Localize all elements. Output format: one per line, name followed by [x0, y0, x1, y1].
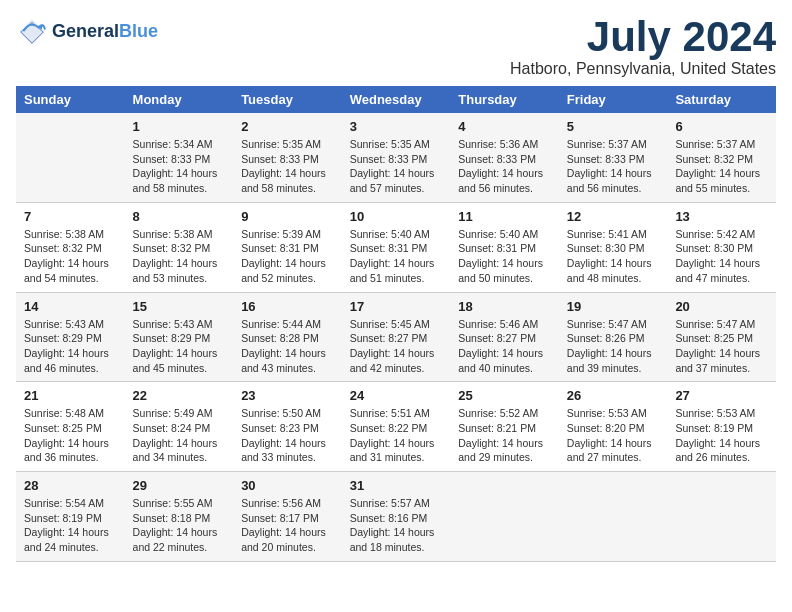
calendar-cell: 15Sunrise: 5:43 AMSunset: 8:29 PMDayligh…	[125, 292, 234, 382]
header: GeneralBlue July 2024 Hatboro, Pennsylva…	[16, 16, 776, 78]
calendar-cell	[16, 113, 125, 202]
day-info: Sunrise: 5:47 AMSunset: 8:26 PMDaylight:…	[567, 317, 660, 376]
day-number: 31	[350, 478, 443, 493]
day-info: Sunrise: 5:45 AMSunset: 8:27 PMDaylight:…	[350, 317, 443, 376]
calendar-cell	[450, 472, 559, 562]
logo-text: GeneralBlue	[52, 22, 158, 42]
day-number: 25	[458, 388, 551, 403]
calendar-cell: 6Sunrise: 5:37 AMSunset: 8:32 PMDaylight…	[667, 113, 776, 202]
week-row-1: 1Sunrise: 5:34 AMSunset: 8:33 PMDaylight…	[16, 113, 776, 202]
calendar-cell: 5Sunrise: 5:37 AMSunset: 8:33 PMDaylight…	[559, 113, 668, 202]
day-info: Sunrise: 5:48 AMSunset: 8:25 PMDaylight:…	[24, 406, 117, 465]
calendar-cell: 12Sunrise: 5:41 AMSunset: 8:30 PMDayligh…	[559, 202, 668, 292]
day-number: 3	[350, 119, 443, 134]
day-number: 10	[350, 209, 443, 224]
day-number: 16	[241, 299, 334, 314]
calendar-cell: 26Sunrise: 5:53 AMSunset: 8:20 PMDayligh…	[559, 382, 668, 472]
weekday-header-row: SundayMondayTuesdayWednesdayThursdayFrid…	[16, 86, 776, 113]
day-info: Sunrise: 5:41 AMSunset: 8:30 PMDaylight:…	[567, 227, 660, 286]
day-number: 12	[567, 209, 660, 224]
day-number: 5	[567, 119, 660, 134]
day-info: Sunrise: 5:40 AMSunset: 8:31 PMDaylight:…	[350, 227, 443, 286]
calendar-table: SundayMondayTuesdayWednesdayThursdayFrid…	[16, 86, 776, 562]
day-info: Sunrise: 5:35 AMSunset: 8:33 PMDaylight:…	[350, 137, 443, 196]
svg-marker-0	[19, 19, 45, 45]
calendar-cell: 10Sunrise: 5:40 AMSunset: 8:31 PMDayligh…	[342, 202, 451, 292]
calendar-cell: 18Sunrise: 5:46 AMSunset: 8:27 PMDayligh…	[450, 292, 559, 382]
week-row-2: 7Sunrise: 5:38 AMSunset: 8:32 PMDaylight…	[16, 202, 776, 292]
day-info: Sunrise: 5:52 AMSunset: 8:21 PMDaylight:…	[458, 406, 551, 465]
day-info: Sunrise: 5:40 AMSunset: 8:31 PMDaylight:…	[458, 227, 551, 286]
day-info: Sunrise: 5:38 AMSunset: 8:32 PMDaylight:…	[24, 227, 117, 286]
calendar-cell: 3Sunrise: 5:35 AMSunset: 8:33 PMDaylight…	[342, 113, 451, 202]
weekday-header-saturday: Saturday	[667, 86, 776, 113]
day-number: 22	[133, 388, 226, 403]
calendar-cell: 7Sunrise: 5:38 AMSunset: 8:32 PMDaylight…	[16, 202, 125, 292]
day-number: 27	[675, 388, 768, 403]
day-number: 1	[133, 119, 226, 134]
week-row-4: 21Sunrise: 5:48 AMSunset: 8:25 PMDayligh…	[16, 382, 776, 472]
day-number: 21	[24, 388, 117, 403]
calendar-cell: 28Sunrise: 5:54 AMSunset: 8:19 PMDayligh…	[16, 472, 125, 562]
logo: GeneralBlue	[16, 16, 158, 48]
day-number: 7	[24, 209, 117, 224]
day-number: 30	[241, 478, 334, 493]
day-info: Sunrise: 5:37 AMSunset: 8:32 PMDaylight:…	[675, 137, 768, 196]
title-area: July 2024 Hatboro, Pennsylvania, United …	[510, 16, 776, 78]
day-info: Sunrise: 5:51 AMSunset: 8:22 PMDaylight:…	[350, 406, 443, 465]
calendar-cell: 4Sunrise: 5:36 AMSunset: 8:33 PMDaylight…	[450, 113, 559, 202]
calendar-cell: 8Sunrise: 5:38 AMSunset: 8:32 PMDaylight…	[125, 202, 234, 292]
day-info: Sunrise: 5:55 AMSunset: 8:18 PMDaylight:…	[133, 496, 226, 555]
weekday-header-tuesday: Tuesday	[233, 86, 342, 113]
day-info: Sunrise: 5:46 AMSunset: 8:27 PMDaylight:…	[458, 317, 551, 376]
day-info: Sunrise: 5:47 AMSunset: 8:25 PMDaylight:…	[675, 317, 768, 376]
day-info: Sunrise: 5:49 AMSunset: 8:24 PMDaylight:…	[133, 406, 226, 465]
calendar-cell: 30Sunrise: 5:56 AMSunset: 8:17 PMDayligh…	[233, 472, 342, 562]
day-number: 13	[675, 209, 768, 224]
calendar-cell: 24Sunrise: 5:51 AMSunset: 8:22 PMDayligh…	[342, 382, 451, 472]
day-info: Sunrise: 5:44 AMSunset: 8:28 PMDaylight:…	[241, 317, 334, 376]
day-info: Sunrise: 5:38 AMSunset: 8:32 PMDaylight:…	[133, 227, 226, 286]
day-info: Sunrise: 5:34 AMSunset: 8:33 PMDaylight:…	[133, 137, 226, 196]
weekday-header-thursday: Thursday	[450, 86, 559, 113]
day-number: 26	[567, 388, 660, 403]
day-number: 11	[458, 209, 551, 224]
location-title: Hatboro, Pennsylvania, United States	[510, 60, 776, 78]
day-number: 15	[133, 299, 226, 314]
day-info: Sunrise: 5:39 AMSunset: 8:31 PMDaylight:…	[241, 227, 334, 286]
day-number: 24	[350, 388, 443, 403]
calendar-cell	[667, 472, 776, 562]
calendar-cell	[559, 472, 668, 562]
day-number: 14	[24, 299, 117, 314]
calendar-cell: 31Sunrise: 5:57 AMSunset: 8:16 PMDayligh…	[342, 472, 451, 562]
weekday-header-monday: Monday	[125, 86, 234, 113]
day-info: Sunrise: 5:35 AMSunset: 8:33 PMDaylight:…	[241, 137, 334, 196]
calendar-cell: 1Sunrise: 5:34 AMSunset: 8:33 PMDaylight…	[125, 113, 234, 202]
day-number: 2	[241, 119, 334, 134]
day-number: 29	[133, 478, 226, 493]
weekday-header-sunday: Sunday	[16, 86, 125, 113]
day-info: Sunrise: 5:53 AMSunset: 8:20 PMDaylight:…	[567, 406, 660, 465]
calendar-cell: 9Sunrise: 5:39 AMSunset: 8:31 PMDaylight…	[233, 202, 342, 292]
calendar-cell: 29Sunrise: 5:55 AMSunset: 8:18 PMDayligh…	[125, 472, 234, 562]
day-number: 19	[567, 299, 660, 314]
week-row-3: 14Sunrise: 5:43 AMSunset: 8:29 PMDayligh…	[16, 292, 776, 382]
logo-icon	[16, 16, 48, 48]
weekday-header-friday: Friday	[559, 86, 668, 113]
day-number: 20	[675, 299, 768, 314]
calendar-cell: 27Sunrise: 5:53 AMSunset: 8:19 PMDayligh…	[667, 382, 776, 472]
day-number: 6	[675, 119, 768, 134]
calendar-cell: 16Sunrise: 5:44 AMSunset: 8:28 PMDayligh…	[233, 292, 342, 382]
day-number: 18	[458, 299, 551, 314]
day-info: Sunrise: 5:43 AMSunset: 8:29 PMDaylight:…	[24, 317, 117, 376]
day-info: Sunrise: 5:50 AMSunset: 8:23 PMDaylight:…	[241, 406, 334, 465]
day-number: 4	[458, 119, 551, 134]
calendar-cell: 22Sunrise: 5:49 AMSunset: 8:24 PMDayligh…	[125, 382, 234, 472]
calendar-cell: 20Sunrise: 5:47 AMSunset: 8:25 PMDayligh…	[667, 292, 776, 382]
day-info: Sunrise: 5:57 AMSunset: 8:16 PMDaylight:…	[350, 496, 443, 555]
month-title: July 2024	[510, 16, 776, 58]
day-info: Sunrise: 5:54 AMSunset: 8:19 PMDaylight:…	[24, 496, 117, 555]
calendar-cell: 14Sunrise: 5:43 AMSunset: 8:29 PMDayligh…	[16, 292, 125, 382]
day-info: Sunrise: 5:42 AMSunset: 8:30 PMDaylight:…	[675, 227, 768, 286]
calendar-cell: 25Sunrise: 5:52 AMSunset: 8:21 PMDayligh…	[450, 382, 559, 472]
